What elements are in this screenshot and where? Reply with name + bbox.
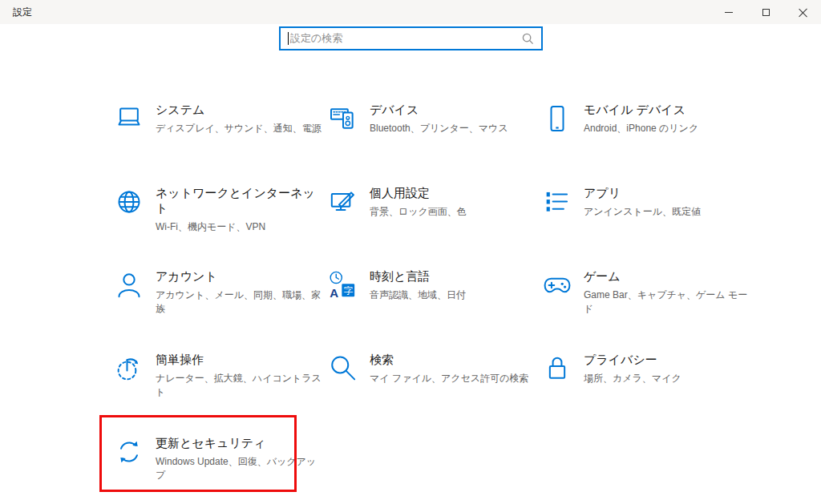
close-icon [799,8,807,17]
window-controls [710,0,821,24]
text-caret [288,32,289,45]
sync-icon [113,436,145,468]
window-title: 設定 [0,6,710,19]
minimize-icon [725,12,733,13]
magnifier-icon [327,353,359,385]
settings-tile-update-security[interactable]: 更新とセキュリティ Windows Update、回復、バックアップ [113,423,327,504]
tile-title: アプリ [584,186,754,201]
tile-desc: Game Bar、キャプチャ、ゲーム モード [584,288,754,317]
svg-text:A: A [330,286,338,300]
settings-tile-mobile-devices[interactable]: モバイル デバイス Android、iPhone のリンク [541,90,754,173]
tile-title: プライバシー [584,353,754,368]
settings-tile-time-language[interactable]: A字 時刻と言語 音声認識、地域、日付 [327,256,541,340]
tile-desc: Android、iPhone のリンク [584,122,754,135]
tile-title: ゲーム [584,269,754,284]
tile-desc: 背景、ロック画面、色 [370,205,540,219]
tile-desc: 場所、カメラ、マイク [584,372,754,385]
tile-title: 検索 [370,353,540,368]
search-placeholder: 設定の検索 [290,31,522,46]
globe-icon [113,186,145,218]
settings-grid: システム ディスプレイ、サウンド、通知、電源 デバイス Bluetooth、プリ… [113,90,754,504]
tile-desc: Bluetooth、プリンター、マウス [370,122,540,135]
app-list-icon [541,186,573,218]
tile-title: 時刻と言語 [370,269,540,284]
keyboard-speaker-icon [327,103,359,135]
person-icon [113,269,145,301]
svg-text:字: 字 [343,285,353,296]
lock-icon [541,353,573,385]
tile-desc: アカウント、メール、同期、職場、家族 [156,288,326,317]
settings-tile-privacy[interactable]: プライバシー 場所、カメラ、マイク [541,340,754,423]
settings-tile-personalization[interactable]: 個人用設定 背景、ロック画面、色 [327,173,541,256]
title-bar: 設定 [0,0,821,24]
settings-tile-system[interactable]: システム ディスプレイ、サウンド、通知、電源 [113,90,327,173]
tile-title: モバイル デバイス [584,103,754,118]
clock-language-icon: A字 [327,269,359,301]
monitor-pen-icon [327,186,359,218]
gamepad-icon [541,269,573,301]
tile-desc: マイ ファイル、アクセス許可の検索 [370,372,540,385]
close-button[interactable] [784,0,821,24]
search-icon [522,33,534,45]
settings-tile-search[interactable]: 検索 マイ ファイル、アクセス許可の検索 [327,340,541,423]
tile-title: 更新とセキュリティ [156,436,326,451]
tile-title: デバイス [370,103,540,118]
settings-tile-ease-of-access[interactable]: 簡単操作 ナレーター、拡大鏡、ハイコントラスト [113,340,327,423]
tile-title: 個人用設定 [370,186,540,201]
tile-desc: Windows Update、回復、バックアップ [156,455,326,483]
settings-tile-network-internet[interactable]: ネットワークとインターネット Wi-Fi、機内モード、VPN [113,173,327,256]
accessibility-icon [113,353,145,385]
laptop-icon [113,103,145,135]
maximize-button[interactable] [747,0,784,24]
tile-title: システム [156,103,326,118]
tile-desc: アンインストール、既定値 [584,205,754,219]
tile-desc: 音声認識、地域、日付 [370,288,540,302]
maximize-icon [762,9,770,16]
search-input[interactable]: 設定の検索 [279,26,543,50]
minimize-button[interactable] [710,0,747,24]
tile-title: 簡単操作 [156,353,326,368]
settings-tile-devices[interactable]: デバイス Bluetooth、プリンター、マウス [327,90,541,173]
settings-tile-accounts[interactable]: アカウント アカウント、メール、同期、職場、家族 [113,256,327,340]
tile-title: アカウント [156,269,326,284]
phone-icon [541,103,573,135]
tile-desc: ディスプレイ、サウンド、通知、電源 [156,122,326,135]
tile-desc: Wi-Fi、機内モード、VPN [156,220,326,234]
tile-title: ネットワークとインターネット [156,186,326,216]
settings-tile-apps[interactable]: アプリ アンインストール、既定値 [541,173,754,256]
settings-tile-gaming[interactable]: ゲーム Game Bar、キャプチャ、ゲーム モード [541,256,754,340]
tile-desc: ナレーター、拡大鏡、ハイコントラスト [156,372,326,400]
